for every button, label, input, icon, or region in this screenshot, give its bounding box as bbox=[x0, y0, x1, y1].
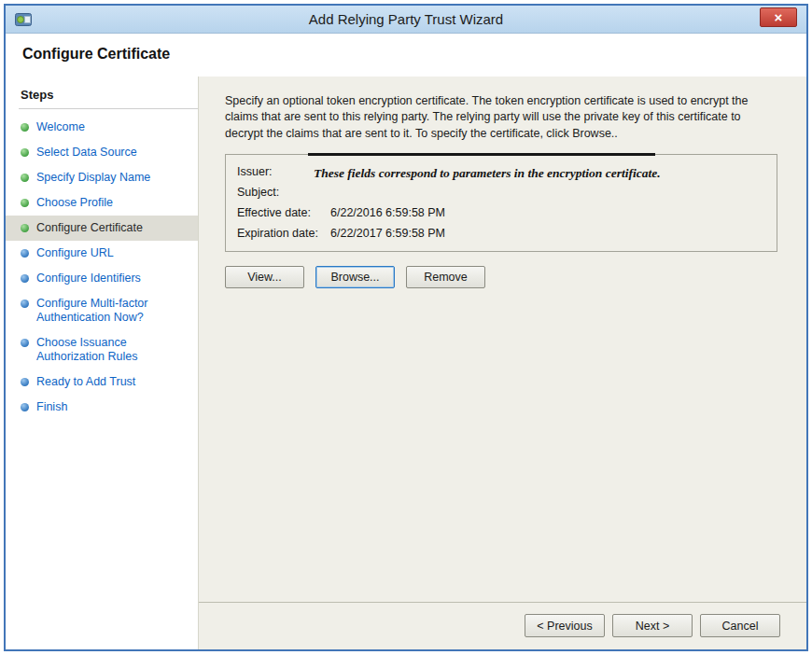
sidebar-item-ready-to-add-trust: Ready to Add Trust bbox=[6, 369, 198, 395]
certificate-actions: View... Browse... Remove bbox=[225, 266, 806, 288]
step-pending-icon bbox=[21, 403, 29, 411]
titlebar: Add Relying Party Trust Wizard × bbox=[6, 6, 806, 34]
step-done-icon bbox=[21, 123, 29, 132]
step-pending-icon bbox=[21, 274, 29, 283]
sidebar-item-configure-identifiers: Configure Identifiers bbox=[6, 266, 198, 291]
remove-button[interactable]: Remove bbox=[406, 266, 485, 288]
expiration-date-row: Expiration date: 6/22/2017 6:59:58 PM bbox=[237, 223, 765, 244]
steps-heading: Steps bbox=[19, 86, 198, 109]
certificate-details-box: These fields correspond to parameters in… bbox=[225, 154, 777, 252]
sidebar-item-specify-display-name: Specify Display Name bbox=[6, 165, 198, 190]
page-header: Configure Certificate bbox=[6, 34, 806, 77]
browse-button[interactable]: Browse... bbox=[315, 266, 395, 288]
steps-list: Welcome Select Data Source Specify Displ… bbox=[6, 109, 198, 420]
sidebar-item-choose-profile: Choose Profile bbox=[6, 190, 198, 216]
sidebar-item-welcome: Welcome bbox=[6, 115, 198, 140]
sidebar-item-finish: Finish bbox=[6, 395, 198, 420]
subject-label: Subject: bbox=[237, 186, 330, 199]
step-done-icon bbox=[21, 224, 29, 232]
step-pending-icon bbox=[21, 300, 29, 308]
window-title: Add Relying Party Trust Wizard bbox=[6, 11, 806, 27]
step-done-icon bbox=[21, 199, 29, 207]
sidebar-item-configure-url: Configure URL bbox=[6, 241, 198, 266]
annotation-note: These fields correspond to parameters in… bbox=[314, 166, 661, 181]
step-pending-icon bbox=[21, 249, 29, 258]
step-done-icon bbox=[21, 148, 29, 157]
sidebar-item-select-data-source: Select Data Source bbox=[6, 140, 198, 165]
cancel-button[interactable]: Cancel bbox=[700, 614, 780, 637]
page-title: Configure Certificate bbox=[22, 46, 806, 63]
effective-date-label: Effective date: bbox=[237, 206, 330, 219]
step-pending-icon bbox=[21, 378, 29, 386]
step-done-icon bbox=[21, 174, 29, 182]
steps-sidebar: Steps Welcome Select Data Source Specify… bbox=[6, 77, 198, 649]
expiration-date-value: 6/22/2017 6:59:58 PM bbox=[330, 227, 765, 240]
effective-date-value: 6/22/2016 6:59:58 PM bbox=[330, 206, 765, 219]
close-button[interactable]: × bbox=[760, 7, 797, 27]
footer-bar: < Previous Next > Cancel bbox=[199, 602, 806, 649]
effective-date-row: Effective date: 6/22/2016 6:59:58 PM bbox=[237, 202, 765, 223]
subject-row: Subject: bbox=[237, 182, 765, 202]
instruction-text: Specify an optional token encryption cer… bbox=[225, 93, 777, 142]
redaction-mark bbox=[308, 153, 655, 156]
sidebar-item-choose-issuance-rules: Choose Issuance Authorization Rules bbox=[6, 330, 198, 369]
wizard-window: Add Relying Party Trust Wizard × Configu… bbox=[4, 4, 808, 651]
sidebar-item-configure-certificate: Configure Certificate bbox=[6, 216, 198, 241]
sidebar-item-configure-multi-factor: Configure Multi-factor Authentication No… bbox=[6, 291, 198, 330]
step-pending-icon bbox=[21, 339, 29, 347]
view-button[interactable]: View... bbox=[225, 266, 304, 288]
previous-button[interactable]: < Previous bbox=[525, 614, 605, 637]
main-panel: Specify an optional token encryption cer… bbox=[198, 77, 806, 649]
expiration-date-label: Expiration date: bbox=[237, 227, 330, 240]
next-button[interactable]: Next > bbox=[612, 614, 693, 637]
